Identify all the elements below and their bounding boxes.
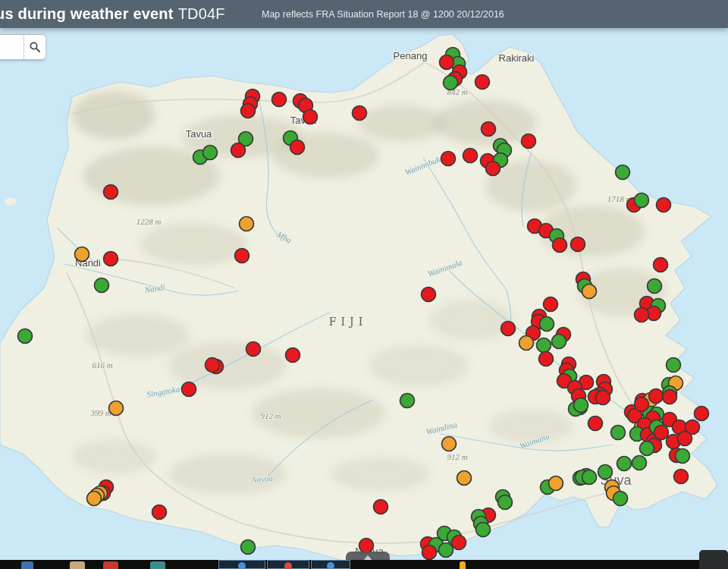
map-canvas[interactable]: WainimbukaWainimalaMbaNandiSingatokaNavu… (0, 0, 728, 569)
map-marker-red-status[interactable] (649, 389, 664, 404)
map-marker-red-status[interactable] (663, 390, 677, 404)
map-marker-green-status[interactable] (439, 543, 453, 558)
search-button[interactable] (24, 35, 46, 59)
search-input[interactable] (0, 35, 24, 59)
map-marker-red-status[interactable] (654, 426, 669, 440)
app-window: WainimbukaWainimalaMbaNandiSingatokaNavu… (0, 0, 728, 569)
map-marker-green-status[interactable] (582, 470, 597, 485)
map-marker-red-status[interactable] (475, 75, 490, 90)
map-marker-orange-status[interactable] (549, 476, 563, 491)
elevation-label: 1228 m (136, 217, 162, 226)
map-marker-red-status[interactable] (678, 432, 692, 446)
map-marker-green-status[interactable] (552, 335, 566, 349)
map-marker-red-status[interactable] (182, 382, 196, 397)
map-marker-red-status[interactable] (422, 288, 436, 302)
map-marker-orange-status[interactable] (87, 492, 102, 506)
map-marker-red-status[interactable] (654, 258, 668, 272)
map-marker-green-status[interactable] (95, 278, 109, 293)
map-marker-green-status[interactable] (598, 465, 613, 479)
map-marker-red-status[interactable] (206, 358, 220, 373)
map-marker-green-status[interactable] (617, 457, 632, 471)
map-marker-green-status[interactable] (540, 317, 554, 332)
map-marker-green-status[interactable] (444, 76, 458, 90)
map-marker-green-status[interactable] (18, 329, 33, 344)
map-marker-green-status[interactable] (574, 398, 588, 413)
map-marker-red-status[interactable] (553, 238, 567, 253)
taskbar-app-tile[interactable] (218, 560, 265, 569)
map-marker-green-status[interactable] (203, 146, 218, 160)
taskbar-app-tile[interactable] (267, 560, 309, 569)
map-marker-red-status[interactable] (440, 55, 454, 70)
taskbar-app-icon[interactable] (70, 561, 85, 569)
map-marker-red-status[interactable] (588, 417, 603, 431)
map-marker-orange-status[interactable] (75, 247, 89, 262)
map-marker-green-status[interactable] (400, 394, 415, 408)
map-marker-red-status[interactable] (482, 122, 496, 137)
map-marker-green-status[interactable] (635, 193, 649, 208)
taskbar-app-icon[interactable] (150, 561, 165, 569)
map-marker-orange-status[interactable] (240, 217, 254, 231)
map-marker-green-status[interactable] (476, 523, 491, 537)
elevation-label: 912 m (260, 411, 281, 420)
map-marker-red-status[interactable] (359, 539, 374, 553)
taskbar-app-icon (284, 562, 292, 569)
map-marker-green-status[interactable] (498, 495, 513, 510)
page-title: us during weather eventTD04F (0, 5, 225, 23)
map-marker-red-status[interactable] (695, 407, 709, 421)
map-marker-green-status[interactable] (667, 358, 681, 373)
tray-flyout (699, 550, 728, 569)
map-marker-red-status[interactable] (290, 140, 305, 155)
map-marker-red-status[interactable] (674, 470, 689, 484)
map-marker-red-status[interactable] (374, 500, 388, 514)
map-marker-red-status[interactable] (353, 106, 367, 121)
map-marker-red-status[interactable] (544, 297, 558, 312)
map-marker-red-status[interactable] (539, 352, 554, 366)
map-marker-red-status[interactable] (272, 93, 287, 107)
report-subtitle: Map reflects FRA Situation Report 18 @ 1… (262, 0, 504, 28)
map-marker-green-status[interactable] (611, 426, 626, 440)
taskbar-app-icon[interactable] (21, 561, 33, 569)
map-marker-red-status[interactable] (152, 505, 167, 520)
map-marker-red-status[interactable] (246, 342, 261, 357)
map-marker-red-status[interactable] (571, 237, 585, 252)
map-marker-red-status[interactable] (231, 143, 246, 158)
map-marker-green-status[interactable] (632, 456, 647, 470)
map-marker-orange-status[interactable] (109, 401, 124, 416)
map-marker-green-status[interactable] (640, 442, 654, 456)
taskbar-app-tile[interactable] (311, 560, 350, 569)
map-marker-orange-status[interactable] (519, 336, 534, 351)
map-marker-red-status[interactable] (104, 185, 118, 200)
map-marker-red-status[interactable] (596, 391, 610, 405)
map-marker-green-status[interactable] (676, 449, 690, 464)
map-marker-red-status[interactable] (635, 398, 649, 412)
map-marker-green-status[interactable] (613, 492, 628, 506)
map-marker-red-status[interactable] (422, 545, 437, 560)
map-marker-red-status[interactable] (104, 252, 118, 266)
taskbar-app-icon[interactable] (103, 561, 118, 569)
map-marker-red-status[interactable] (657, 198, 671, 212)
city-label: Penang (394, 50, 428, 61)
map-marker-red-status[interactable] (522, 134, 536, 149)
taskbar-app-icon[interactable] (460, 561, 466, 569)
country-label: FIJI (329, 316, 367, 328)
map-marker-green-status[interactable] (241, 540, 256, 555)
map-marker-red-status[interactable] (235, 249, 249, 263)
map-marker-red-status[interactable] (303, 110, 318, 124)
map-marker-red-status[interactable] (635, 308, 649, 322)
map-marker-red-status[interactable] (286, 348, 300, 363)
map-marker-red-status[interactable] (452, 536, 466, 550)
map-marker-orange-status[interactable] (582, 284, 597, 299)
map-marker-red-status[interactable] (463, 149, 478, 163)
map-marker-red-status[interactable] (241, 104, 256, 118)
map-marker-red-status[interactable] (501, 322, 516, 336)
app-header: us during weather eventTD04F Map reflect… (0, 0, 728, 28)
map-marker-green-status[interactable] (537, 338, 551, 353)
map-marker-orange-status[interactable] (442, 437, 457, 451)
map-marker-red-status[interactable] (486, 162, 500, 176)
taskbar-app-icon (327, 562, 334, 569)
map-marker-red-status[interactable] (441, 152, 456, 166)
taskbar[interactable] (0, 560, 728, 569)
map-marker-green-status[interactable] (616, 165, 630, 180)
map-marker-orange-status[interactable] (457, 471, 472, 486)
map-marker-green-status[interactable] (648, 279, 662, 294)
